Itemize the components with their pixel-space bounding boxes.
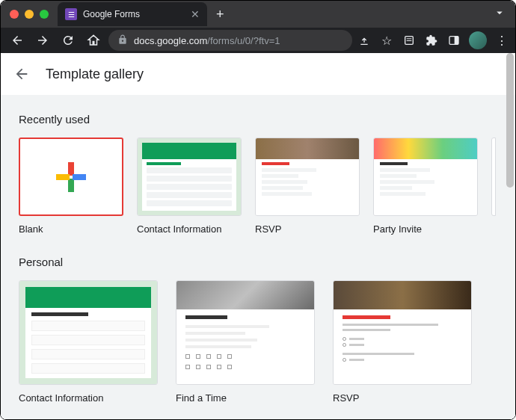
template-peek[interactable] <box>491 138 496 216</box>
template-thumb <box>176 280 315 385</box>
template-label: Contact Information <box>137 223 242 235</box>
tab-title: Google Forms <box>83 9 185 19</box>
template-gallery: Recently used Blank <box>1 95 515 420</box>
template-label: Blank <box>19 223 123 235</box>
share-icon[interactable] <box>357 33 372 48</box>
browser-chrome: ☰ Google Forms ✕ + docs.google.com/forms… <box>1 1 515 53</box>
page-content: Template gallery Recently used Blank <box>1 53 515 420</box>
reload-button[interactable] <box>58 30 79 51</box>
back-button[interactable] <box>7 30 28 51</box>
recent-templates-row: Blank <box>19 138 497 235</box>
url-host: docs.google.com <box>134 35 207 46</box>
template-thumb <box>255 138 360 216</box>
template-label: Party Invite <box>373 223 478 235</box>
plus-icon <box>52 158 90 196</box>
profile-avatar[interactable] <box>469 31 487 49</box>
close-window-button[interactable] <box>10 10 19 19</box>
template-label: Find a Time <box>176 392 315 404</box>
template-contact-information[interactable]: Contact Information <box>137 138 242 235</box>
minimize-window-button[interactable] <box>25 10 34 19</box>
reader-icon[interactable] <box>402 33 417 48</box>
scrollbar[interactable] <box>506 53 514 420</box>
address-bar[interactable]: docs.google.com/forms/u/0/?ftv=1 <box>108 30 352 51</box>
page-header: Template gallery <box>1 53 515 95</box>
forms-favicon-icon: ☰ <box>65 8 77 20</box>
template-thumb <box>137 138 242 216</box>
window-controls <box>10 10 49 19</box>
svg-rect-7 <box>56 174 70 180</box>
new-tab-button[interactable]: + <box>216 7 224 22</box>
maximize-window-button[interactable] <box>40 10 49 19</box>
svg-rect-5 <box>68 162 74 176</box>
template-thumb <box>333 280 472 385</box>
home-button[interactable] <box>83 30 104 51</box>
svg-rect-1 <box>407 38 412 39</box>
template-thumb-blank <box>19 138 123 216</box>
page-title: Template gallery <box>46 67 144 82</box>
template-party-invite[interactable]: Party Invite <box>373 138 478 235</box>
section-title-recent: Recently used <box>19 113 497 126</box>
template-label: RSVP <box>333 392 472 404</box>
template-find-a-time[interactable]: Find a Time <box>176 280 315 404</box>
browser-toolbar: docs.google.com/forms/u/0/?ftv=1 ☆ ⋮ <box>1 28 515 53</box>
template-thumb <box>19 280 158 385</box>
lock-icon <box>117 34 128 47</box>
url-text: docs.google.com/forms/u/0/?ftv=1 <box>134 35 343 46</box>
section-title-personal: Personal <box>19 256 497 268</box>
tabs-dropdown-icon[interactable] <box>493 6 506 22</box>
forward-button[interactable] <box>32 30 53 51</box>
scrollbar-thumb[interactable] <box>506 53 514 188</box>
svg-rect-4 <box>455 37 458 45</box>
url-path: /forms/u/0/?ftv=1 <box>207 35 280 46</box>
browser-tab[interactable]: ☰ Google Forms ✕ <box>58 2 207 26</box>
back-arrow-button[interactable] <box>13 65 31 83</box>
template-contact-information-personal[interactable]: Contact Information <box>19 280 158 404</box>
personal-templates-row: Contact Information <box>19 280 497 404</box>
template-rsvp-personal[interactable]: RSVP <box>333 280 472 404</box>
template-label: Contact Information <box>19 392 158 404</box>
template-label: RSVP <box>255 223 360 235</box>
svg-rect-6 <box>68 179 74 192</box>
template-blank[interactable]: Blank <box>19 138 123 235</box>
sidepanel-icon[interactable] <box>446 33 461 48</box>
extensions-icon[interactable] <box>424 33 439 48</box>
close-tab-icon[interactable]: ✕ <box>191 8 200 20</box>
svg-rect-8 <box>73 174 86 180</box>
menu-icon[interactable]: ⋮ <box>494 33 509 48</box>
svg-rect-2 <box>407 40 412 41</box>
tab-bar: ☰ Google Forms ✕ + <box>1 1 515 28</box>
template-rsvp[interactable]: RSVP <box>255 138 360 235</box>
bookmark-icon[interactable]: ☆ <box>379 33 394 48</box>
template-thumb <box>373 138 478 216</box>
